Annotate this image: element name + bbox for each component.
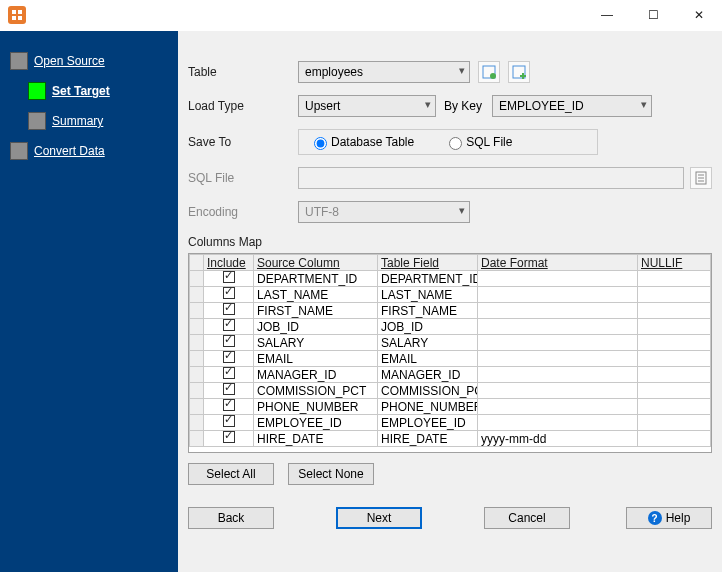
row-header[interactable]: [190, 271, 204, 287]
include-cell[interactable]: [204, 303, 254, 319]
date-format-cell[interactable]: [478, 335, 638, 351]
table-field-cell[interactable]: JOB_ID: [378, 319, 478, 335]
include-cell[interactable]: [204, 367, 254, 383]
source-column-cell[interactable]: MANAGER_ID: [254, 367, 378, 383]
row-header[interactable]: [190, 383, 204, 399]
col-source-column[interactable]: Source Column: [254, 255, 378, 271]
row-header[interactable]: [190, 431, 204, 447]
include-cell[interactable]: [204, 351, 254, 367]
date-format-cell[interactable]: [478, 271, 638, 287]
row-header[interactable]: [190, 399, 204, 415]
source-column-cell[interactable]: JOB_ID: [254, 319, 378, 335]
nullif-cell[interactable]: [638, 287, 711, 303]
nav-convert-data[interactable]: Convert Data: [10, 139, 178, 163]
date-format-cell[interactable]: [478, 319, 638, 335]
table-select[interactable]: employees: [298, 61, 470, 83]
date-format-cell[interactable]: [478, 351, 638, 367]
include-cell[interactable]: [204, 415, 254, 431]
close-button[interactable]: ✕: [676, 0, 722, 30]
load-type-select[interactable]: Upsert: [298, 95, 436, 117]
row-header[interactable]: [190, 335, 204, 351]
row-header[interactable]: [190, 319, 204, 335]
include-cell[interactable]: [204, 335, 254, 351]
back-button[interactable]: Back: [188, 507, 274, 529]
nullif-cell[interactable]: [638, 415, 711, 431]
table-field-cell[interactable]: COMMISSION_PCT: [378, 383, 478, 399]
source-column-cell[interactable]: SALARY: [254, 335, 378, 351]
save-to-sql-radio[interactable]: SQL File: [444, 134, 512, 150]
table-field-cell[interactable]: DEPARTMENT_ID: [378, 271, 478, 287]
table-field-cell[interactable]: HIRE_DATE: [378, 431, 478, 447]
table-field-cell[interactable]: MANAGER_ID: [378, 367, 478, 383]
columns-grid[interactable]: Include Source Column Table Field Date F…: [188, 253, 712, 453]
source-column-cell[interactable]: HIRE_DATE: [254, 431, 378, 447]
table-field-cell[interactable]: FIRST_NAME: [378, 303, 478, 319]
table-row[interactable]: EMPLOYEE_IDEMPLOYEE_ID: [190, 415, 711, 431]
save-to-db-radio[interactable]: Database Table: [309, 134, 414, 150]
select-none-button[interactable]: Select None: [288, 463, 374, 485]
include-cell[interactable]: [204, 431, 254, 447]
nav-summary[interactable]: Summary: [28, 109, 178, 133]
source-column-cell[interactable]: PHONE_NUMBER: [254, 399, 378, 415]
include-cell[interactable]: [204, 287, 254, 303]
table-field-cell[interactable]: SALARY: [378, 335, 478, 351]
source-column-cell[interactable]: EMAIL: [254, 351, 378, 367]
row-header[interactable]: [190, 415, 204, 431]
source-column-cell[interactable]: FIRST_NAME: [254, 303, 378, 319]
source-column-cell[interactable]: DEPARTMENT_ID: [254, 271, 378, 287]
row-header[interactable]: [190, 351, 204, 367]
row-header[interactable]: [190, 367, 204, 383]
select-all-button[interactable]: Select All: [188, 463, 274, 485]
date-format-cell[interactable]: [478, 415, 638, 431]
nullif-cell[interactable]: [638, 335, 711, 351]
date-format-cell[interactable]: [478, 399, 638, 415]
table-row[interactable]: MANAGER_IDMANAGER_ID: [190, 367, 711, 383]
nullif-cell[interactable]: [638, 303, 711, 319]
table-row[interactable]: HIRE_DATEHIRE_DATEyyyy-mm-dd: [190, 431, 711, 447]
date-format-cell[interactable]: [478, 367, 638, 383]
browse-file-button[interactable]: [690, 167, 712, 189]
date-format-cell[interactable]: [478, 287, 638, 303]
nullif-cell[interactable]: [638, 319, 711, 335]
date-format-cell[interactable]: [478, 383, 638, 399]
nullif-cell[interactable]: [638, 351, 711, 367]
col-include[interactable]: Include: [204, 255, 254, 271]
include-cell[interactable]: [204, 399, 254, 415]
table-row[interactable]: COMMISSION_PCTCOMMISSION_PCT: [190, 383, 711, 399]
table-row[interactable]: PHONE_NUMBERPHONE_NUMBER: [190, 399, 711, 415]
col-nullif[interactable]: NULLIF: [638, 255, 711, 271]
source-column-cell[interactable]: LAST_NAME: [254, 287, 378, 303]
minimize-button[interactable]: —: [584, 0, 630, 30]
maximize-button[interactable]: ☐: [630, 0, 676, 30]
next-button[interactable]: Next: [336, 507, 422, 529]
row-header[interactable]: [190, 287, 204, 303]
nullif-cell[interactable]: [638, 367, 711, 383]
table-row[interactable]: EMAILEMAIL: [190, 351, 711, 367]
include-cell[interactable]: [204, 383, 254, 399]
date-format-cell[interactable]: yyyy-mm-dd: [478, 431, 638, 447]
col-table-field[interactable]: Table Field: [378, 255, 478, 271]
col-date-format[interactable]: Date Format: [478, 255, 638, 271]
table-row[interactable]: FIRST_NAMEFIRST_NAME: [190, 303, 711, 319]
new-table-button[interactable]: [508, 61, 530, 83]
table-field-cell[interactable]: LAST_NAME: [378, 287, 478, 303]
help-button[interactable]: ? Help: [626, 507, 712, 529]
table-field-cell[interactable]: PHONE_NUMBER: [378, 399, 478, 415]
source-column-cell[interactable]: COMMISSION_PCT: [254, 383, 378, 399]
table-row[interactable]: DEPARTMENT_IDDEPARTMENT_ID: [190, 271, 711, 287]
row-header[interactable]: [190, 303, 204, 319]
refresh-table-button[interactable]: [478, 61, 500, 83]
table-row[interactable]: JOB_IDJOB_ID: [190, 319, 711, 335]
nullif-cell[interactable]: [638, 399, 711, 415]
date-format-cell[interactable]: [478, 303, 638, 319]
by-key-select[interactable]: EMPLOYEE_ID: [492, 95, 652, 117]
nullif-cell[interactable]: [638, 431, 711, 447]
table-field-cell[interactable]: EMAIL: [378, 351, 478, 367]
nullif-cell[interactable]: [638, 271, 711, 287]
cancel-button[interactable]: Cancel: [484, 507, 570, 529]
include-cell[interactable]: [204, 319, 254, 335]
nav-open-source[interactable]: Open Source: [10, 49, 178, 73]
table-field-cell[interactable]: EMPLOYEE_ID: [378, 415, 478, 431]
table-row[interactable]: SALARYSALARY: [190, 335, 711, 351]
nav-set-target[interactable]: Set Target: [28, 79, 178, 103]
